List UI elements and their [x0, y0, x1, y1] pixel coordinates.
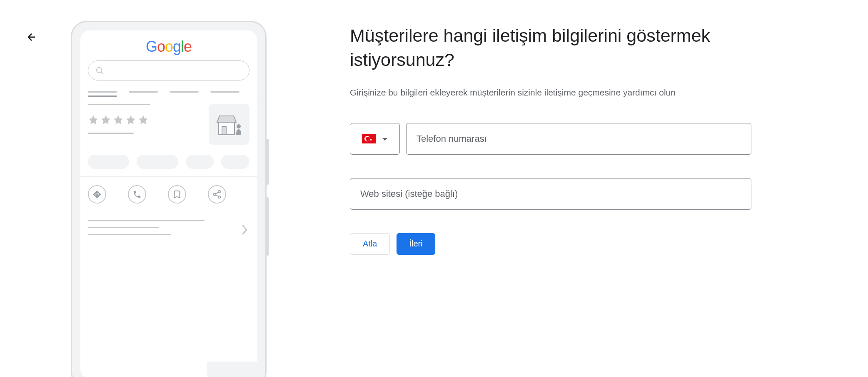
info-section-mock — [80, 212, 257, 243]
svg-rect-2 — [222, 126, 226, 135]
bookmark-icon — [168, 185, 186, 204]
page-title: Müşterilere hangi iletişim bilgilerini g… — [350, 23, 751, 72]
svg-point-3 — [237, 124, 241, 128]
flag-tr-icon: ★ — [362, 134, 376, 143]
action-icons-mock — [80, 177, 257, 212]
star-rating-icon — [88, 114, 209, 125]
tabs-mock — [80, 85, 257, 96]
website-placeholder: Web sitesi (isteğe bağlı) — [360, 188, 458, 199]
svg-point-5 — [214, 193, 216, 196]
svg-point-6 — [218, 196, 221, 199]
skip-button[interactable]: Atla — [350, 233, 390, 255]
directions-icon — [88, 185, 106, 204]
back-button[interactable] — [26, 31, 37, 43]
country-code-select[interactable]: ★ — [350, 123, 400, 155]
svg-point-4 — [218, 191, 221, 193]
share-icon — [208, 185, 226, 204]
phone-preview-illustration: Google — [71, 21, 267, 377]
storefront-icon — [209, 104, 249, 145]
next-button[interactable]: İleri — [397, 233, 435, 255]
google-logo: Google — [80, 30, 257, 60]
chevron-down-icon — [382, 135, 388, 143]
phone-placeholder: Telefon numarası — [417, 133, 487, 144]
chevron-right-icon — [241, 224, 248, 237]
search-box-mock — [88, 60, 249, 80]
result-card-mock — [80, 96, 257, 177]
phone-icon — [128, 185, 146, 204]
phone-number-input[interactable]: Telefon numarası — [406, 123, 751, 155]
website-input[interactable]: Web sitesi (isteğe bağlı) — [350, 178, 751, 210]
svg-point-0 — [97, 68, 102, 73]
page-description: Girişinize bu bilgileri ekleyerek müşter… — [350, 86, 751, 100]
